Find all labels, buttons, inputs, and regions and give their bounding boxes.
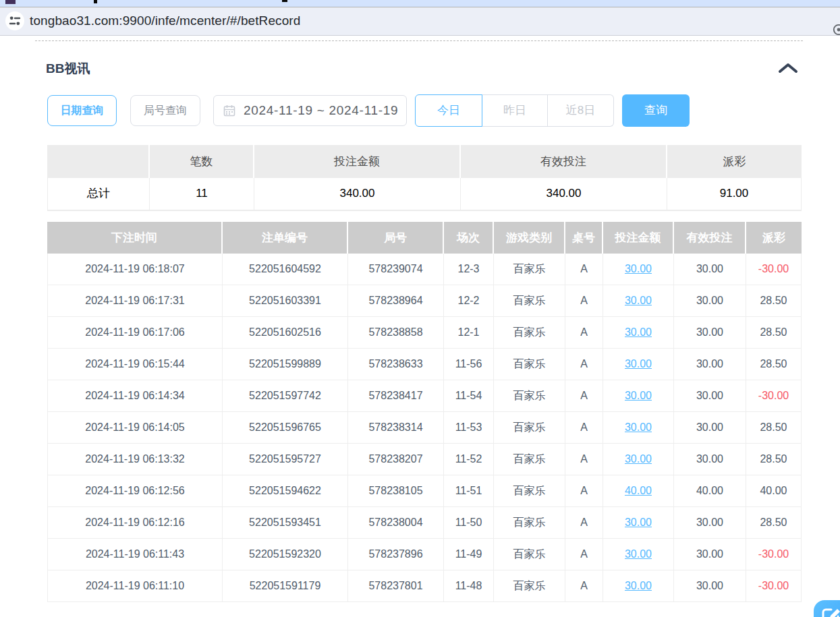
bet-amount-link[interactable]: 30.00 [625,295,652,306]
cell-bet: 30.00 [603,349,674,380]
search-button[interactable]: 查询 [622,94,690,127]
cell-order_id: 522051594622 [223,475,348,507]
floating-edit-button[interactable] [814,600,840,617]
cell-game: 百家乐 [494,507,565,539]
bet-amount-link[interactable]: 30.00 [625,580,652,591]
yesterday-button[interactable]: 昨日 [482,94,548,127]
date-query-tab[interactable]: 日期查询 [47,95,117,126]
cell-table_no: A [565,285,603,317]
cell-bet: 30.00 [603,285,674,317]
cell-round_id: 578238004 [348,507,444,539]
cell-bet: 40.00 [603,475,674,507]
bet-amount-link[interactable]: 30.00 [625,326,652,338]
site-settings-icon[interactable] [5,11,24,30]
table-row: 2024-11-19 06:12:56522051594622578238105… [47,475,802,507]
bet-table-header-cell: 局号 [348,222,444,254]
cell-valid: 30.00 [674,507,746,539]
cell-table_no: A [565,412,603,444]
cell-order_id: 522051599889 [223,349,348,380]
cell-session: 11-56 [444,349,494,380]
summary-total-valid: 340.00 [461,178,667,211]
cell-game: 百家乐 [494,539,565,570]
date-range-picker[interactable]: 2024-11-19 ~ 2024-11-19 [213,95,407,126]
cell-valid: 30.00 [674,349,746,380]
browser-address-bar[interactable]: tongbao31.com:9900/infe/mcenter/#/betRec… [0,7,840,36]
cell-session: 12-3 [444,254,494,285]
today-button[interactable]: 今日 [415,94,482,127]
table-row: 2024-11-19 06:14:05522051596765578238314… [47,412,802,444]
summary-header-count: 笔数 [150,145,254,178]
table-row: 2024-11-19 06:13:32522051595727578238207… [47,444,802,475]
cell-table_no: A [565,317,603,349]
cell-round_id: 578237801 [348,570,444,602]
bet-table-header-cell: 投注金额 [603,222,674,254]
cell-valid: 30.00 [674,254,746,285]
cell-session: 11-51 [444,475,494,507]
tab-title-fragment [94,0,97,3]
table-row: 2024-11-19 06:14:34522051597742578238417… [47,380,802,412]
table-row: 2024-11-19 06:11:43522051592320578237896… [47,539,802,570]
collapse-chevron-icon[interactable] [777,62,799,74]
cell-round_id: 578238633 [348,349,444,380]
bet-table-header-row: 下注时间注单编号局号场次游戏类别桌号投注金额有效投注派彩 [47,222,802,254]
bet-table-header-cell: 桌号 [565,222,603,254]
cell-session: 12-1 [444,317,494,349]
round-query-tab[interactable]: 局号查询 [130,95,200,126]
table-row: 2024-11-19 06:12:16522051593451578238004… [47,507,802,539]
date-range-value[interactable]: 2024-11-19 ~ 2024-11-19 [244,103,398,118]
summary-table: 笔数 投注金额 有效投注 派彩 总计 11 340.00 340.00 91.0… [47,145,802,211]
cell-time: 2024-11-19 06:14:05 [47,412,223,444]
tab-title-fragment-2 [282,0,287,2]
last8days-button[interactable]: 近8日 [548,94,614,127]
cell-payout: -30.00 [746,539,802,570]
cell-payout: -30.00 [746,570,802,602]
cell-time: 2024-11-19 06:15:44 [47,349,223,380]
cell-session: 11-54 [444,380,494,412]
cell-order_id: 522051602516 [223,317,348,349]
table-row: 2024-11-19 06:17:31522051603391578238964… [47,285,802,317]
toolbar-partial-icon[interactable] [833,24,840,36]
cell-time: 2024-11-19 06:14:34 [47,380,223,412]
cell-game: 百家乐 [494,475,565,507]
bet-table-header-cell: 下注时间 [47,222,223,254]
cell-game: 百家乐 [494,317,565,349]
bet-amount-link[interactable]: 40.00 [625,485,652,496]
summary-total-count: 11 [150,178,254,211]
cell-round_id: 578238964 [348,285,444,317]
url-text[interactable]: tongbao31.com:9900/infe/mcenter/#/betRec… [30,7,300,34]
cell-session: 11-53 [444,412,494,444]
cell-bet: 30.00 [603,380,674,412]
cell-round_id: 578238105 [348,475,444,507]
bet-amount-link[interactable]: 30.00 [625,390,652,401]
bet-amount-link[interactable]: 30.00 [625,548,652,560]
summary-total-bet: 340.00 [254,178,461,211]
bet-record-table: 下注时间注单编号局号场次游戏类别桌号投注金额有效投注派彩 2024-11-19 … [47,222,802,602]
cell-order_id: 522051604592 [223,254,348,285]
cell-bet: 30.00 [603,254,674,285]
cell-game: 百家乐 [494,444,565,475]
cell-valid: 30.00 [674,317,746,349]
cell-payout: 28.50 [746,412,802,444]
table-row: 2024-11-19 06:17:06522051602516578238858… [47,317,802,349]
edit-icon [820,605,840,617]
cell-valid: 30.00 [674,380,746,412]
cell-bet: 30.00 [603,412,674,444]
bet-amount-link[interactable]: 30.00 [625,517,652,528]
bet-amount-link[interactable]: 30.00 [625,358,652,370]
summary-header-valid: 有效投注 [461,145,667,178]
cell-payout: 28.50 [746,349,802,380]
browser-tab-strip [0,0,840,7]
bet-amount-link[interactable]: 30.00 [625,453,652,465]
cell-order_id: 522051595727 [223,444,348,475]
bet-amount-link[interactable]: 30.00 [625,263,652,274]
cell-session: 12-2 [444,285,494,317]
cell-order_id: 522051596765 [223,412,348,444]
cell-game: 百家乐 [494,570,565,602]
bet-amount-link[interactable]: 30.00 [625,421,652,433]
quick-range-group: 今日 昨日 近8日 [415,94,614,127]
cell-session: 11-52 [444,444,494,475]
cell-round_id: 578238858 [348,317,444,349]
calendar-icon [223,105,235,117]
summary-total-row: 总计 11 340.00 340.00 91.00 [47,178,802,211]
summary-total-payout: 91.00 [667,178,802,211]
